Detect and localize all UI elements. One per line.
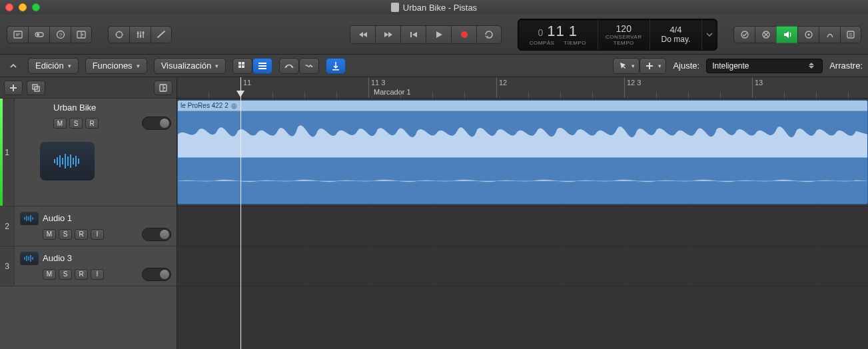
- snap-select[interactable]: Inteligente: [706, 59, 823, 73]
- catch-playhead-button[interactable]: [326, 58, 346, 74]
- svg-point-2: [37, 33, 39, 36]
- track-headers: 1 Urban Bike M S R: [0, 77, 177, 349]
- track-icon[interactable]: [20, 252, 39, 265]
- lcd-tempo-value: 120: [616, 23, 632, 34]
- view-menu[interactable]: Visualización▾: [154, 58, 226, 74]
- window-title: Urban Bike - Pistas: [403, 3, 477, 13]
- tracks-canvas[interactable]: le ProRes 422 2 ◎: [177, 99, 868, 349]
- track-name[interactable]: Urban Bike: [53, 103, 171, 113]
- record-enable-button[interactable]: R: [85, 118, 99, 129]
- mute-button[interactable]: M: [43, 269, 56, 280]
- forward-button[interactable]: [375, 25, 400, 44]
- add-track-button[interactable]: [4, 81, 23, 95]
- library-button[interactable]: [7, 26, 28, 43]
- record-enable-button[interactable]: R: [75, 229, 88, 240]
- track-lane[interactable]: [177, 246, 868, 286]
- lcd-compas-label: COMPÁS: [530, 40, 555, 46]
- svg-rect-20: [238, 65, 241, 68]
- list-view-button[interactable]: [252, 58, 272, 74]
- master-volume-button[interactable]: [776, 26, 797, 43]
- chevron-down-icon: ▾: [658, 63, 661, 69]
- quick-help-button[interactable]: ?: [49, 26, 71, 43]
- svg-point-8: [139, 35, 141, 37]
- chevron-down-icon: ▾: [215, 63, 218, 69]
- toolbar-button[interactable]: [71, 26, 92, 43]
- track-name[interactable]: Audio 3: [43, 253, 72, 263]
- svg-text:S: S: [849, 32, 852, 38]
- track-header[interactable]: 3 Audio 3 M S R I: [0, 246, 177, 286]
- minimize-window-button[interactable]: [19, 3, 27, 11]
- collapse-button[interactable]: [5, 59, 21, 73]
- loops-button[interactable]: [797, 26, 819, 43]
- svg-rect-19: [242, 62, 244, 65]
- notes-button[interactable]: [755, 26, 776, 43]
- cmd-click-tool[interactable]: ▾: [640, 58, 666, 74]
- track-number: 3: [0, 246, 15, 286]
- editors-button[interactable]: [151, 26, 172, 43]
- functions-menu-label: Funciones: [93, 61, 133, 71]
- play-button[interactable]: [426, 25, 451, 44]
- track-name[interactable]: Audio 1: [43, 213, 72, 223]
- input-monitor-button[interactable]: I: [91, 269, 104, 280]
- solo-button[interactable]: S: [69, 118, 83, 129]
- svg-rect-10: [410, 32, 412, 37]
- svg-rect-27: [332, 69, 339, 71]
- solo-button[interactable]: S: [59, 269, 72, 280]
- edit-menu[interactable]: Edición▾: [28, 58, 79, 74]
- track-header[interactable]: 1 Urban Bike M S R: [0, 99, 177, 206]
- flex-button[interactable]: [299, 58, 319, 74]
- playhead[interactable]: [240, 77, 241, 349]
- fullscreen-window-button[interactable]: [32, 3, 40, 11]
- chevron-down-icon: ▾: [632, 63, 635, 69]
- audio-region[interactable]: le ProRes 422 2 ◎: [177, 100, 868, 204]
- svg-point-25: [286, 65, 287, 67]
- track-on-off-toggle[interactable]: [142, 268, 171, 281]
- track-on-off-toggle[interactable]: [142, 117, 171, 130]
- svg-point-7: [137, 32, 139, 34]
- track-active-indicator: [0, 99, 3, 206]
- ruler-tick-label: 12: [499, 79, 507, 87]
- record-enable-button[interactable]: R: [75, 269, 88, 280]
- duplicate-track-button[interactable]: [27, 81, 45, 95]
- track-icon[interactable]: [20, 212, 39, 225]
- track-header[interactable]: 2 Audio 1 M S R I: [0, 206, 177, 246]
- track-on-off-toggle[interactable]: [142, 228, 171, 241]
- mute-button[interactable]: M: [53, 118, 67, 129]
- solo-button[interactable]: S: [59, 229, 72, 240]
- tuner-button[interactable]: [819, 26, 840, 43]
- stop-go-to-start-button[interactable]: [400, 25, 426, 44]
- list-editors-button[interactable]: [733, 26, 755, 43]
- global-tracks-button[interactable]: [154, 81, 173, 95]
- lcd-mode-menu[interactable]: [702, 19, 717, 50]
- rewind-button[interactable]: [350, 25, 375, 44]
- mixer-button[interactable]: [129, 26, 151, 43]
- lcd-display[interactable]: 0 11 1 COMPÁS TIEMPO 120 CONSERVAR TEMPO…: [518, 19, 717, 51]
- smart-controls-button[interactable]: [108, 26, 129, 43]
- tool-selectors: ▾ ▾: [613, 58, 666, 74]
- marker-label[interactable]: Marcador 1: [374, 88, 411, 96]
- left-click-tool[interactable]: ▾: [613, 58, 640, 74]
- svg-rect-21: [242, 65, 244, 68]
- track-icon[interactable]: [40, 142, 95, 180]
- ruler[interactable]: 11 11 3 12 12 3 13 /*minor ticks drawn v…: [177, 77, 868, 99]
- close-window-button[interactable]: [5, 3, 13, 11]
- lcd-key: Do may.: [661, 35, 691, 44]
- automation-group: [279, 58, 319, 74]
- media-button[interactable]: S: [840, 26, 861, 43]
- stereo-icon: ◎: [231, 102, 237, 109]
- grid-view-button[interactable]: [232, 58, 252, 74]
- input-monitor-button[interactable]: I: [91, 229, 104, 240]
- inspector-button[interactable]: [28, 26, 49, 43]
- track-lane[interactable]: [177, 206, 868, 246]
- snap-label: Ajuste:: [673, 61, 699, 71]
- record-button[interactable]: [451, 25, 476, 44]
- mute-button[interactable]: M: [43, 229, 56, 240]
- cycle-button[interactable]: [476, 25, 502, 44]
- automation-button[interactable]: [279, 58, 299, 74]
- arrange-area[interactable]: 11 11 3 12 12 3 13 /*minor ticks drawn v…: [177, 77, 868, 349]
- svg-rect-0: [14, 31, 22, 38]
- functions-menu[interactable]: Funciones▾: [85, 58, 147, 74]
- track-lane[interactable]: le ProRes 422 2 ◎: [177, 99, 868, 206]
- ruler-tick-label: 11 3: [371, 79, 385, 87]
- svg-text:?: ?: [59, 32, 62, 38]
